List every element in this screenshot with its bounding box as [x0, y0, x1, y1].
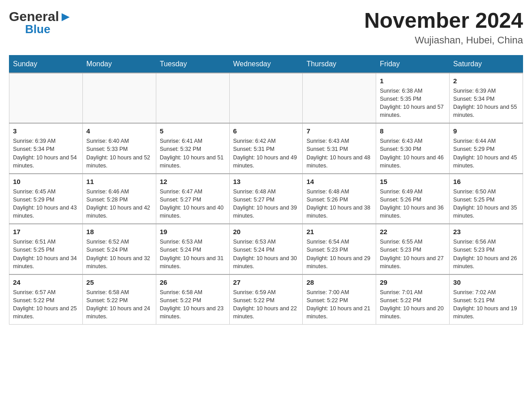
day-number: 14 [306, 177, 372, 186]
day-number: 19 [160, 227, 226, 236]
day-info: Sunrise: 7:01 AMSunset: 5:22 PMDaylight:… [380, 288, 446, 321]
day-number: 27 [233, 278, 299, 287]
day-number: 28 [306, 278, 372, 287]
calendar-cell: 8Sunrise: 6:43 AMSunset: 5:30 PMDaylight… [376, 123, 450, 174]
day-info: Sunrise: 6:51 AMSunset: 5:25 PMDaylight:… [13, 238, 79, 270]
calendar-cell: 22Sunrise: 6:55 AMSunset: 5:23 PMDayligh… [376, 224, 450, 274]
day-number: 13 [233, 177, 299, 186]
week-row-0: 1Sunrise: 6:38 AMSunset: 5:35 PMDaylight… [9, 73, 523, 124]
calendar-cell: 18Sunrise: 6:52 AMSunset: 5:24 PMDayligh… [82, 224, 156, 274]
day-number: 10 [13, 177, 79, 186]
calendar-cell [82, 73, 156, 124]
logo-blue-text: Blue [25, 22, 50, 36]
day-number: 11 [86, 177, 152, 186]
day-info: Sunrise: 6:59 AMSunset: 5:22 PMDaylight:… [233, 288, 299, 321]
day-number: 18 [86, 227, 152, 236]
day-number: 30 [453, 278, 519, 287]
calendar-table: Sunday Monday Tuesday Wednesday Thursday… [9, 55, 523, 325]
calendar-cell: 10Sunrise: 6:45 AMSunset: 5:29 PMDayligh… [9, 174, 83, 224]
day-number: 20 [233, 227, 299, 236]
calendar-cell [156, 73, 229, 124]
day-info: Sunrise: 6:44 AMSunset: 5:29 PMDaylight:… [453, 137, 519, 170]
calendar-cell: 6Sunrise: 6:42 AMSunset: 5:31 PMDaylight… [229, 123, 303, 174]
day-info: Sunrise: 6:41 AMSunset: 5:32 PMDaylight:… [160, 137, 226, 170]
calendar-cell: 17Sunrise: 6:51 AMSunset: 5:25 PMDayligh… [9, 224, 83, 274]
month-title: November 2024 [364, 9, 523, 33]
calendar-cell: 9Sunrise: 6:44 AMSunset: 5:29 PMDaylight… [450, 123, 523, 174]
day-info: Sunrise: 6:54 AMSunset: 5:23 PMDaylight:… [306, 238, 372, 270]
week-row-2: 10Sunrise: 6:45 AMSunset: 5:29 PMDayligh… [9, 174, 523, 224]
week-row-4: 24Sunrise: 6:57 AMSunset: 5:22 PMDayligh… [9, 274, 523, 325]
header-tuesday: Tuesday [156, 55, 229, 73]
day-number: 2 [453, 76, 519, 86]
weekday-header-row: Sunday Monday Tuesday Wednesday Thursday… [9, 55, 523, 73]
day-number: 16 [453, 177, 519, 186]
calendar-cell: 1Sunrise: 6:38 AMSunset: 5:35 PMDaylight… [376, 73, 450, 124]
day-info: Sunrise: 6:45 AMSunset: 5:29 PMDaylight:… [13, 188, 79, 220]
calendar-cell: 24Sunrise: 6:57 AMSunset: 5:22 PMDayligh… [9, 274, 83, 325]
day-info: Sunrise: 6:42 AMSunset: 5:31 PMDaylight:… [233, 137, 299, 170]
calendar-cell: 20Sunrise: 6:53 AMSunset: 5:24 PMDayligh… [229, 224, 303, 274]
day-info: Sunrise: 6:38 AMSunset: 5:35 PMDaylight:… [380, 87, 446, 120]
day-info: Sunrise: 6:56 AMSunset: 5:23 PMDaylight:… [453, 238, 519, 270]
day-info: Sunrise: 6:55 AMSunset: 5:23 PMDaylight:… [380, 238, 446, 270]
day-info: Sunrise: 6:48 AMSunset: 5:27 PMDaylight:… [233, 188, 299, 220]
day-info: Sunrise: 6:52 AMSunset: 5:24 PMDaylight:… [86, 238, 152, 270]
day-info: Sunrise: 6:49 AMSunset: 5:26 PMDaylight:… [380, 188, 446, 220]
location-title: Wujiashan, Hubei, China [364, 34, 523, 46]
header-monday: Monday [82, 55, 156, 73]
calendar-cell: 23Sunrise: 6:56 AMSunset: 5:23 PMDayligh… [450, 224, 523, 274]
day-info: Sunrise: 6:46 AMSunset: 5:28 PMDaylight:… [86, 188, 152, 220]
calendar-cell: 7Sunrise: 6:43 AMSunset: 5:31 PMDaylight… [303, 123, 376, 174]
calendar-cell: 19Sunrise: 6:53 AMSunset: 5:24 PMDayligh… [156, 224, 229, 274]
logo-general-blue: ► [59, 9, 73, 24]
calendar-cell: 14Sunrise: 6:48 AMSunset: 5:26 PMDayligh… [303, 174, 376, 224]
calendar-cell: 28Sunrise: 7:00 AMSunset: 5:22 PMDayligh… [303, 274, 376, 325]
calendar-cell: 16Sunrise: 6:50 AMSunset: 5:25 PMDayligh… [450, 174, 523, 224]
day-info: Sunrise: 7:02 AMSunset: 5:21 PMDaylight:… [453, 288, 519, 321]
day-info: Sunrise: 6:43 AMSunset: 5:30 PMDaylight:… [380, 137, 446, 170]
calendar-cell: 26Sunrise: 6:58 AMSunset: 5:22 PMDayligh… [156, 274, 229, 325]
header-saturday: Saturday [450, 55, 523, 73]
day-number: 15 [380, 177, 446, 186]
title-section: November 2024 Wujiashan, Hubei, China [364, 9, 523, 46]
day-number: 9 [453, 126, 519, 136]
header-sunday: Sunday [9, 55, 83, 73]
calendar-cell [229, 73, 303, 124]
day-info: Sunrise: 6:57 AMSunset: 5:22 PMDaylight:… [13, 288, 79, 321]
calendar-cell: 25Sunrise: 6:58 AMSunset: 5:22 PMDayligh… [82, 274, 156, 325]
day-info: Sunrise: 6:39 AMSunset: 5:34 PMDaylight:… [13, 137, 79, 170]
day-number: 23 [453, 227, 519, 236]
calendar-cell: 29Sunrise: 7:01 AMSunset: 5:22 PMDayligh… [376, 274, 450, 325]
day-info: Sunrise: 6:43 AMSunset: 5:31 PMDaylight:… [306, 137, 372, 170]
day-number: 6 [233, 126, 299, 136]
day-number: 7 [306, 126, 372, 136]
day-number: 3 [13, 126, 79, 136]
day-info: Sunrise: 6:53 AMSunset: 5:24 PMDaylight:… [233, 238, 299, 270]
day-number: 24 [13, 278, 79, 287]
page-header: General► Blue November 2024 Wujiashan, H… [9, 9, 523, 46]
day-info: Sunrise: 6:47 AMSunset: 5:27 PMDaylight:… [160, 188, 226, 220]
day-info: Sunrise: 6:39 AMSunset: 5:34 PMDaylight:… [453, 87, 519, 120]
day-info: Sunrise: 6:58 AMSunset: 5:22 PMDaylight:… [86, 288, 152, 321]
week-row-3: 17Sunrise: 6:51 AMSunset: 5:25 PMDayligh… [9, 224, 523, 274]
day-info: Sunrise: 6:48 AMSunset: 5:26 PMDaylight:… [306, 188, 372, 220]
calendar-cell: 2Sunrise: 6:39 AMSunset: 5:34 PMDaylight… [450, 73, 523, 124]
calendar-cell: 3Sunrise: 6:39 AMSunset: 5:34 PMDaylight… [9, 123, 83, 174]
day-number: 17 [13, 227, 79, 236]
day-number: 12 [160, 177, 226, 186]
day-number: 29 [380, 278, 446, 287]
day-number: 1 [380, 76, 446, 86]
calendar-cell [303, 73, 376, 124]
day-number: 25 [86, 278, 152, 287]
day-number: 22 [380, 227, 446, 236]
calendar-cell: 11Sunrise: 6:46 AMSunset: 5:28 PMDayligh… [82, 174, 156, 224]
calendar-cell: 21Sunrise: 6:54 AMSunset: 5:23 PMDayligh… [303, 224, 376, 274]
calendar-cell: 30Sunrise: 7:02 AMSunset: 5:21 PMDayligh… [450, 274, 523, 325]
day-info: Sunrise: 6:53 AMSunset: 5:24 PMDaylight:… [160, 238, 226, 270]
day-info: Sunrise: 6:40 AMSunset: 5:33 PMDaylight:… [86, 137, 152, 170]
day-number: 5 [160, 126, 226, 136]
logo-general-text: General► [9, 9, 72, 24]
day-number: 8 [380, 126, 446, 136]
calendar-cell: 15Sunrise: 6:49 AMSunset: 5:26 PMDayligh… [376, 174, 450, 224]
